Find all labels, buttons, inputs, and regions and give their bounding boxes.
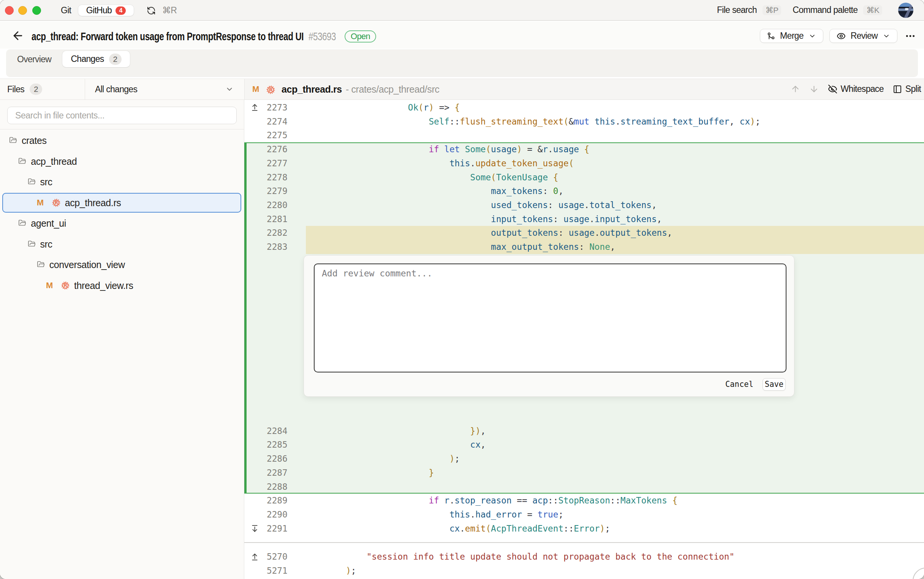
github-notification-badge: 4 — [116, 7, 126, 15]
code-text: this.had_error = true; — [304, 508, 564, 522]
save-button[interactable]: Save — [762, 378, 786, 391]
line-number: 2288 — [267, 480, 288, 494]
code-line-2276[interactable]: 2276 if let Some(usage) = &r.usage { — [244, 142, 924, 156]
code-line-2280[interactable]: 2280 used_tokens: usage.total_tokens, — [244, 198, 924, 212]
code-line-2291[interactable]: 2291 cx.emit(AcpThreadEvent::Error); — [244, 522, 924, 536]
changes-filter-dropdown[interactable]: All changes — [85, 79, 244, 100]
modified-status: M — [37, 198, 44, 208]
review-comment-input[interactable] — [314, 263, 786, 373]
tree-folder-src[interactable]: src — [0, 234, 244, 255]
refresh-icon[interactable] — [147, 6, 156, 15]
folder-open-icon — [18, 219, 26, 227]
expand-up-icon[interactable] — [251, 553, 259, 561]
tree-folder-crates[interactable]: crates — [0, 130, 244, 151]
folder-open-icon — [18, 157, 26, 165]
code-text: Some(TokenUsage { — [304, 170, 558, 185]
merge-label: Merge — [780, 31, 804, 41]
file-contents-search-input[interactable] — [7, 107, 237, 124]
code-line-5270[interactable]: 5270 "session info title update should n… — [244, 550, 924, 564]
code-line-2277[interactable]: 2277 this.update_token_usage( — [244, 156, 924, 170]
code-line-2285[interactable]: 2285 cx, — [244, 438, 924, 452]
pr-header: acp_thread: Forward token usage from Pro… — [0, 22, 924, 49]
code-line-2278[interactable]: 2278 Some(TokenUsage { — [244, 170, 924, 185]
line-number: 2281 — [267, 212, 288, 226]
code-line-2284[interactable]: 2284 }), — [244, 424, 924, 438]
eye-icon — [837, 31, 846, 41]
cancel-button[interactable]: Cancel — [725, 379, 754, 389]
code-line-2283[interactable]: 2283 max_output_tokens: None, — [244, 240, 924, 254]
code-line-2282[interactable]: 2282 output_tokens: usage.output_tokens, — [244, 226, 924, 240]
code-text: max_tokens: 0, — [304, 184, 564, 198]
tree-file-acp_thread.rs[interactable]: MRacp_thread.rs — [0, 193, 244, 213]
code-line-5271[interactable]: 5271 ); — [244, 564, 924, 578]
tree-item-label: acp_thread.rs — [65, 197, 121, 208]
review-button[interactable]: Review — [829, 29, 898, 43]
tree-folder-src[interactable]: src — [0, 172, 244, 193]
tab-github-label: GitHub — [86, 5, 112, 16]
tab-github[interactable]: GitHub 4 — [78, 5, 134, 16]
code-line-2290[interactable]: 2290 this.had_error = true; — [244, 508, 924, 522]
svg-text:R: R — [64, 283, 68, 288]
tab-overview[interactable]: Overview — [9, 51, 60, 67]
line-number: 5270 — [267, 550, 288, 564]
merge-button[interactable]: Merge — [760, 29, 823, 43]
minimize-window-button[interactable] — [18, 6, 27, 15]
tree-folder-conversation_view[interactable]: conversation_view — [0, 254, 244, 275]
tab-git[interactable]: Git — [54, 0, 78, 20]
line-number: 2277 — [267, 156, 288, 170]
line-number: 2290 — [267, 508, 288, 522]
code-line-2288[interactable]: 2288 — [244, 480, 924, 494]
file-search-button[interactable]: File search ⌘P — [717, 5, 781, 15]
files-sidebar: cratesacp_threadsrcMRacp_thread.rsagent_… — [0, 100, 244, 579]
rust-file-icon: R — [266, 85, 275, 95]
pr-title: acp_thread: Forward token usage from Pro… — [31, 22, 303, 49]
expand-up-icon[interactable] — [251, 104, 259, 111]
pr-status-badge: Open — [345, 30, 376, 43]
line-number: 2284 — [267, 424, 288, 438]
svg-text:R: R — [54, 200, 58, 205]
hunk-divider — [244, 535, 924, 550]
tab-changes[interactable]: Changes 2 — [62, 51, 130, 67]
code-line-2275[interactable]: 2275 — [244, 128, 924, 142]
back-arrow-icon[interactable] — [11, 29, 24, 42]
code-text: Self::flush_streaming_text(&mut this.str… — [304, 114, 760, 129]
line-number: 2286 — [267, 452, 288, 466]
code-line-2289[interactable]: 2289 if r.stop_reason == acp::StopReason… — [244, 494, 924, 508]
user-avatar[interactable] — [898, 3, 913, 18]
code-line-2287[interactable]: 2287 } — [244, 466, 924, 480]
tree-item-label: agent_ui — [31, 218, 66, 229]
expand-down-icon[interactable] — [251, 525, 259, 533]
next-change-icon[interactable] — [809, 84, 819, 94]
code-text: used_tokens: usage.total_tokens, — [304, 198, 657, 212]
split-toggle[interactable]: Split — [893, 84, 921, 94]
code-line-2281[interactable]: 2281 input_tokens: usage.input_tokens, — [244, 212, 924, 226]
chevron-down-icon — [883, 32, 890, 40]
code-line-2279[interactable]: 2279 max_tokens: 0, — [244, 184, 924, 198]
whitespace-toggle[interactable]: Whitespace — [828, 84, 884, 94]
app-window: Git GitHub 4 ⌘R File search ⌘P Command p… — [0, 0, 924, 579]
code-line-2274[interactable]: 2274 Self::flush_streaming_text(&mut thi… — [244, 114, 924, 129]
code-line-2286[interactable]: 2286 ); — [244, 452, 924, 466]
line-number: 2280 — [267, 198, 288, 212]
tree-folder-acp_thread[interactable]: acp_thread — [0, 151, 244, 172]
prev-change-icon[interactable] — [791, 84, 800, 94]
line-number: 2273 — [267, 101, 288, 114]
zoom-window-button[interactable] — [32, 6, 41, 15]
folder-open-icon — [28, 178, 36, 186]
diff-file-header: M R acp_thread.rs - crates/acp_thread/sr… — [244, 79, 924, 100]
code-text: Ok(r) => { — [304, 101, 460, 114]
line-number: 2283 — [267, 240, 288, 254]
more-options-icon[interactable] — [903, 29, 917, 43]
refresh-shortcut: ⌘R — [162, 0, 177, 20]
git-merge-icon — [767, 32, 775, 40]
tree-file-thread_view.rs[interactable]: MRthread_view.rs — [0, 275, 244, 296]
code-text: cx.emit(AcpThreadEvent::Error); — [304, 522, 610, 536]
code-line-2273[interactable]: 2273 Ok(r) => { — [244, 101, 924, 114]
tree-folder-agent_ui[interactable]: agent_ui — [0, 213, 244, 234]
command-palette-button[interactable]: Command palette ⌘K — [793, 5, 882, 15]
title-bar: Git GitHub 4 ⌘R File search ⌘P Command p… — [0, 0, 924, 21]
code-text: input_tokens: usage.input_tokens, — [304, 212, 662, 226]
close-window-button[interactable] — [5, 6, 14, 15]
line-number: 2279 — [267, 184, 288, 198]
diff-file-name: acp_thread.rs — [282, 84, 342, 95]
